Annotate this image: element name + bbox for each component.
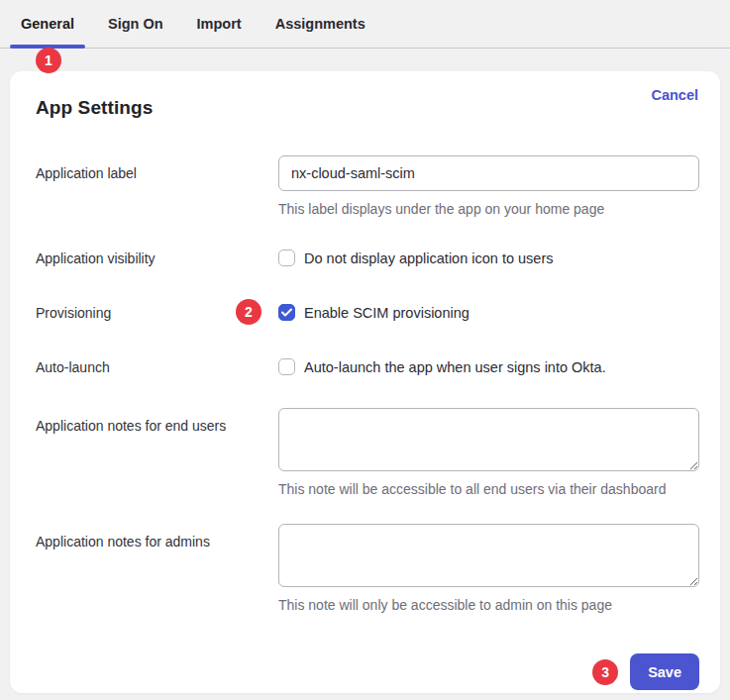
step-badge-3: 3 [592,659,618,685]
notes-end-users-label: Application notes for end users [36,408,278,435]
application-visibility-row: Application visibility Do not display ap… [36,250,699,267]
notes-admins-label: Application notes for admins [36,524,278,550]
notes-end-users-textarea[interactable] [278,408,699,471]
tab-sign-on[interactable]: Sign On [108,0,163,48]
panel-title: App Settings [36,97,699,119]
auto-launch-row: Auto-launch Auto-launch the app when use… [36,358,699,376]
provisioning-checkbox[interactable] [278,304,295,321]
tab-bar: General Sign On Import Assignments [0,0,730,49]
tab-import[interactable]: Import [197,0,242,48]
tab-general[interactable]: General [21,0,74,48]
application-label-row: Application label This label displays un… [36,155,699,217]
step-badge-1: 1 [36,48,61,73]
notes-admins-textarea[interactable] [278,524,699,587]
auto-launch-option-label: Auto-launch the app when user signs into… [304,359,606,375]
check-icon [281,308,292,317]
notes-admins-row: Application notes for admins This note w… [36,524,699,613]
auto-launch-checkbox[interactable] [278,358,295,375]
step-badge-2: 2 [236,299,261,325]
application-label-input[interactable] [278,155,699,191]
notes-admins-helper: This note will only be accessible to adm… [278,598,699,613]
application-label-label: Application label [36,155,278,182]
save-button[interactable]: Save [630,653,699,690]
auto-launch-label: Auto-launch [36,358,278,376]
cancel-link[interactable]: Cancel [651,87,698,103]
app-settings-panel: Cancel App Settings Application label Th… [10,71,720,693]
provisioning-option-label: Enable SCIM provisioning [304,305,469,321]
application-visibility-option-label: Do not display application icon to users [304,250,553,266]
notes-end-users-row: Application notes for end users This not… [36,408,699,497]
tab-assignments[interactable]: Assignments [275,0,365,48]
application-visibility-label: Application visibility [36,250,278,267]
notes-end-users-helper: This note will be accessible to all end … [278,482,699,497]
panel-footer: 3 Save [36,653,699,690]
application-label-helper: This label displays under the app on you… [278,202,699,217]
provisioning-row: Provisioning 2 Enable SCIM provisioning [36,304,699,322]
application-visibility-checkbox[interactable] [278,250,295,266]
app-settings-form: Application label This label displays un… [36,155,699,613]
